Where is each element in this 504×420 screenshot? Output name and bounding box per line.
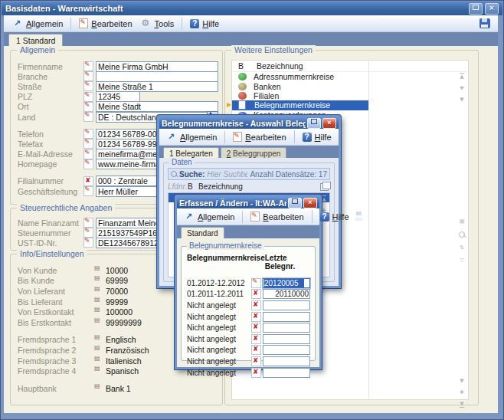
maximize-icon[interactable] bbox=[288, 198, 302, 208]
row-status-icon[interactable] bbox=[251, 289, 261, 299]
search-bar[interactable]: Suche: Hier Suchbegriff Anzahl Datensätz… bbox=[168, 168, 330, 180]
field-input[interactable]: Meine Straße 1 bbox=[96, 81, 218, 92]
scroll-down-icon[interactable]: ▼ bbox=[460, 378, 463, 384]
move-up-icon[interactable]: ✚ bbox=[460, 85, 464, 91]
period-label: Nicht angelegt bbox=[187, 369, 251, 377]
col-b[interactable]: B bbox=[188, 182, 198, 191]
row-status-icon[interactable] bbox=[251, 334, 261, 344]
close-icon[interactable]: × bbox=[303, 198, 317, 208]
field-input[interactable]: 2151937549P1644 bbox=[96, 228, 163, 238]
maximize-icon[interactable] bbox=[307, 118, 321, 129]
row-status-icon[interactable] bbox=[251, 368, 261, 378]
field-status-icon[interactable] bbox=[83, 102, 93, 112]
restore-icon[interactable] bbox=[469, 3, 483, 15]
close-icon[interactable]: × bbox=[485, 3, 499, 15]
letzte-belegnr-input[interactable] bbox=[263, 334, 310, 344]
belegnr-row: Nicht angelegt bbox=[187, 311, 310, 323]
form-row: Branche bbox=[18, 71, 218, 81]
menu-item-icon bbox=[250, 212, 260, 221]
group-belegnummernkreise-title: Belegnummernkreise bbox=[187, 241, 264, 250]
menu-item[interactable]: Allgemein bbox=[162, 131, 225, 143]
tab-standard[interactable]: 1 Standard bbox=[8, 34, 63, 46]
letzte-belegnr-input[interactable]: 20120005 bbox=[263, 278, 310, 288]
menu-item[interactable]: Bearbeiten bbox=[74, 17, 136, 30]
field-status-icon[interactable] bbox=[83, 176, 93, 186]
dialog1-titlebar: Belegnummernkreise - Auswahl Belegart/Gr… bbox=[159, 117, 339, 129]
menu-item[interactable]: Hilfe bbox=[316, 211, 354, 223]
menu-item[interactable]: Tools bbox=[137, 18, 183, 30]
scroll-to-bottom-icon[interactable]: ▼ bbox=[460, 401, 463, 408]
row-status-icon[interactable] bbox=[251, 345, 261, 355]
field-status-icon[interactable] bbox=[83, 71, 93, 81]
save-icon[interactable] bbox=[479, 18, 490, 28]
info-label: Fremdsprache 4 bbox=[18, 366, 94, 376]
field-status-icon[interactable] bbox=[83, 228, 93, 238]
menu-item[interactable]: Bearbeiten bbox=[228, 130, 294, 143]
dialog1-menubar: Allgemein Bearbeiten Hilfe bbox=[159, 129, 339, 146]
sort-icon[interactable]: ⇅ bbox=[460, 244, 464, 251]
menu-item[interactable]: Hilfe bbox=[185, 18, 224, 30]
row-status-icon[interactable] bbox=[251, 300, 261, 310]
field-status-icon[interactable] bbox=[83, 149, 93, 159]
field-status-icon[interactable] bbox=[83, 92, 93, 102]
field-status-icon[interactable] bbox=[83, 139, 93, 149]
search-icon[interactable] bbox=[459, 231, 465, 238]
move-down-icon[interactable]: ▼ bbox=[460, 97, 463, 103]
field-input[interactable]: 12345 bbox=[96, 91, 140, 102]
tree-row[interactable]: Filialen bbox=[232, 91, 368, 100]
letzte-belegnr-input[interactable]: 20110000 bbox=[263, 289, 310, 299]
field-status-icon[interactable] bbox=[83, 238, 93, 248]
tab-standard[interactable]: Standard bbox=[181, 227, 224, 238]
menu-item[interactable]: Bearbeiten bbox=[246, 210, 312, 223]
tree-row[interactable]: Adressnummernkreise bbox=[232, 72, 368, 81]
letzte-belegnr-input[interactable] bbox=[263, 356, 310, 366]
period-label: Nicht angelegt bbox=[187, 313, 251, 321]
field-input[interactable] bbox=[96, 71, 218, 82]
filter-icon[interactable]: ▽ bbox=[460, 258, 463, 264]
group-info-title: Info/Einstellungen bbox=[17, 249, 87, 258]
letzte-belegnr-input[interactable] bbox=[263, 323, 310, 333]
tab-beleggruppen[interactable]: 2 Beleggruppen bbox=[221, 147, 287, 159]
scroll-to-top-icon[interactable]: ▲ bbox=[460, 73, 463, 80]
field-input[interactable]: Herr Müller bbox=[96, 186, 163, 197]
field-input[interactable]: Finanzamt MeinerStadt bbox=[96, 218, 163, 228]
letzte-belegnr-input[interactable] bbox=[263, 312, 310, 322]
field-status-icon[interactable] bbox=[83, 186, 93, 196]
field-status-icon[interactable] bbox=[83, 61, 93, 71]
tree-row[interactable]: Banken bbox=[232, 81, 368, 90]
scroll-to-top-icon[interactable]: ▲ bbox=[322, 195, 326, 202]
menu-item-label: Hilfe bbox=[202, 19, 219, 28]
field-input[interactable]: DE123456789123 bbox=[96, 238, 163, 248]
tree-tools-rail: ▤ ⇅ ▽ bbox=[457, 218, 466, 264]
row-status-icon[interactable] bbox=[251, 278, 261, 288]
tab-belegarten[interactable]: 1 Belegarten bbox=[163, 147, 219, 159]
letzte-belegnr-input[interactable] bbox=[263, 368, 310, 378]
field-input[interactable]: 000 : Zentrale bbox=[96, 176, 163, 186]
column-select-icon[interactable] bbox=[320, 183, 329, 191]
menu-item[interactable]: Allgemein bbox=[180, 211, 243, 223]
menu-item[interactable]: Allgemein bbox=[8, 18, 71, 30]
field-status-icon[interactable] bbox=[83, 159, 93, 169]
field-status-icon[interactable] bbox=[83, 218, 93, 228]
letzte-belegnr-input[interactable] bbox=[263, 345, 310, 355]
search-input[interactable]: Hier Suchbegriff bbox=[207, 170, 247, 179]
columns-icon[interactable]: ▤ bbox=[460, 218, 465, 225]
field-label: Homepage bbox=[18, 159, 83, 169]
tree-header: B Bezeichnung bbox=[232, 61, 468, 72]
col-bezeichnung[interactable]: Bezeichnung bbox=[198, 182, 320, 191]
tree-row[interactable]: Belegnummernkreise bbox=[232, 100, 368, 110]
row-status-icon[interactable] bbox=[251, 356, 261, 366]
add-icon[interactable]: ✚ bbox=[460, 389, 464, 395]
field-input[interactable]: Meine Firma GmbH bbox=[96, 61, 218, 72]
field-status-icon[interactable] bbox=[83, 129, 93, 139]
col-lfdnr[interactable]: Lfdnr. bbox=[168, 182, 188, 191]
field-label: Branche bbox=[18, 72, 83, 81]
row-status-icon[interactable] bbox=[251, 323, 261, 333]
menu-item[interactable]: Hilfe bbox=[298, 131, 336, 143]
close-icon[interactable]: × bbox=[322, 118, 336, 129]
field-status-icon[interactable] bbox=[83, 81, 93, 91]
field-status-icon[interactable] bbox=[83, 112, 93, 122]
field-input[interactable]: Meine Stadt bbox=[96, 101, 218, 112]
letzte-belegnr-input[interactable] bbox=[263, 300, 310, 310]
row-status-icon[interactable] bbox=[251, 312, 261, 322]
